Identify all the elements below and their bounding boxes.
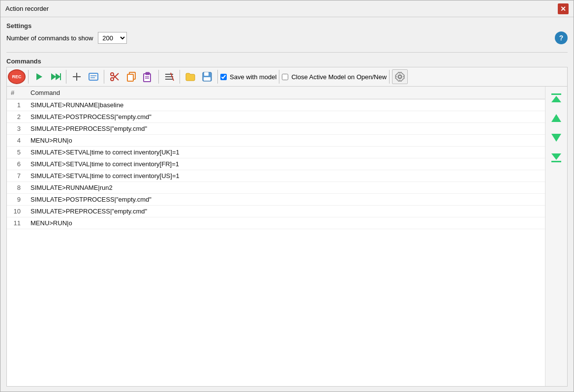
row-num: 5 [7,147,27,158]
close-button[interactable]: ✕ [558,3,569,14]
svg-rect-5 [73,76,81,77]
sep4 [158,70,159,84]
table-row[interactable]: 11MENU>RUN|o [7,217,545,229]
svg-marker-31 [551,153,561,160]
table-row[interactable]: 2SIMULATE>POSTPROCESS|"empty.cmd" [7,111,545,123]
row-command: SIMULATE>SETVAL|time to correct inventor… [27,147,545,158]
num-commands-label: Number of commands to show [6,34,93,42]
add-icon [72,72,82,82]
settings-row: Number of commands to show 50 100 200 50… [6,31,568,44]
svg-rect-14 [127,74,133,81]
row-num: 6 [7,158,27,170]
play-button[interactable] [31,69,47,84]
move-top-button[interactable] [547,90,565,107]
settings-label: Settings [6,22,568,30]
move-up-icon [549,111,563,125]
side-arrows [545,87,567,386]
table-row[interactable]: 1SIMULATE>RUNNAME|baseline [7,99,545,111]
main-content: Settings Number of commands to show 50 1… [0,17,574,392]
commands-toolbar: REC [6,67,568,86]
clear-button[interactable] [161,69,177,84]
svg-marker-28 [551,96,561,102]
num-commands-select[interactable]: 50 100 200 500 1000 [98,32,127,44]
row-command: MENU>RUN|o [27,135,545,147]
svg-rect-24 [204,72,209,76]
save-with-model-checkbox[interactable] [220,74,227,80]
svg-marker-0 [36,73,42,80]
col-num-header: # [7,87,27,99]
row-command: SIMULATE>PREPROCESS|"empty.cmd" [27,123,545,135]
folder-open-icon [185,71,196,82]
table-row[interactable]: 10SIMULATE>PREPROCESS|"empty.cmd" [7,206,545,217]
move-bottom-icon [549,151,563,164]
step-icon [50,72,61,81]
svg-point-26 [398,75,401,78]
row-command: SIMULATE>SETVAL|time to correct inventor… [27,158,545,170]
svg-marker-29 [551,114,561,122]
settings-right: ? [555,31,568,44]
row-num: 1 [7,99,27,111]
save-icon [202,71,212,82]
title-bar: Action recorder ✕ [0,0,574,17]
window-title: Action recorder [5,5,49,12]
svg-marker-1 [51,73,56,80]
move-bottom-button[interactable] [547,149,565,166]
close-active-model-checkbox[interactable] [282,74,288,80]
divider [6,52,568,53]
cut-button[interactable] [107,69,122,84]
table-row[interactable]: 3SIMULATE>PREPROCESS|"empty.cmd" [7,123,545,135]
open-button[interactable] [182,69,198,84]
save-with-model-label: Save with model [220,73,276,81]
svg-rect-32 [551,161,561,162]
sep1 [28,70,29,84]
table-row[interactable]: 5SIMULATE>SETVAL|time to correct invento… [7,147,545,158]
sep2 [66,70,66,84]
edit-icon [88,72,99,82]
move-up-button[interactable] [547,109,565,127]
save-with-model-text: Save with model [230,73,276,81]
svg-marker-30 [551,134,561,142]
copy-icon [126,71,137,82]
save-button[interactable] [199,69,215,84]
add-button[interactable] [69,69,85,84]
row-command: MENU>RUN|o [27,217,545,229]
row-command: SIMULATE>POSTPROCESS|"empty.cmd" [27,111,545,123]
svg-marker-2 [56,73,60,80]
svg-rect-16 [146,72,150,75]
settings-section: Settings Number of commands to show 50 1… [6,22,568,47]
table-row[interactable]: 9SIMULATE>POSTPROCESS|"empty.cmd" [7,194,545,206]
record-button[interactable]: REC [8,69,26,84]
move-down-button[interactable] [547,129,565,147]
row-command: SIMULATE>POSTPROCESS|"empty.cmd" [27,194,545,206]
clear-icon [164,71,175,82]
gear-button[interactable] [392,69,408,84]
table-row[interactable]: 4MENU>RUN|o [7,135,545,147]
sep3 [104,70,104,84]
row-num: 9 [7,194,27,206]
commands-table-area: # Command 1SIMULATE>RUNNAME|baseline2SIM… [6,86,568,387]
edit-button[interactable] [86,69,101,84]
sep6 [217,70,218,84]
help-button[interactable]: ? [555,31,568,44]
scissors-icon [109,71,120,82]
svg-rect-6 [89,73,98,80]
step-button[interactable] [48,69,63,84]
table-container[interactable]: # Command 1SIMULATE>RUNNAME|baseline2SIM… [7,87,545,386]
row-num: 10 [7,206,27,217]
row-num: 11 [7,217,27,229]
row-num: 2 [7,111,27,123]
svg-rect-3 [60,73,61,80]
copy-button[interactable] [123,69,139,84]
sep8 [389,70,390,84]
row-num: 4 [7,135,27,147]
table-row[interactable]: 7SIMULATE>SETVAL|time to correct invento… [7,170,545,182]
row-command: SIMULATE>PREPROCESS|"empty.cmd" [27,206,545,217]
table-row[interactable]: 6SIMULATE>SETVAL|time to correct invento… [7,158,545,170]
row-command: SIMULATE>RUNNAME|baseline [27,99,545,111]
table-row[interactable]: 8SIMULATE>RUNNAME|run2 [7,182,545,194]
paste-icon [143,71,153,82]
gear-icon [394,71,405,82]
table-header-row: # Command [7,87,545,99]
paste-button[interactable] [140,69,156,84]
move-top-icon [549,91,563,105]
